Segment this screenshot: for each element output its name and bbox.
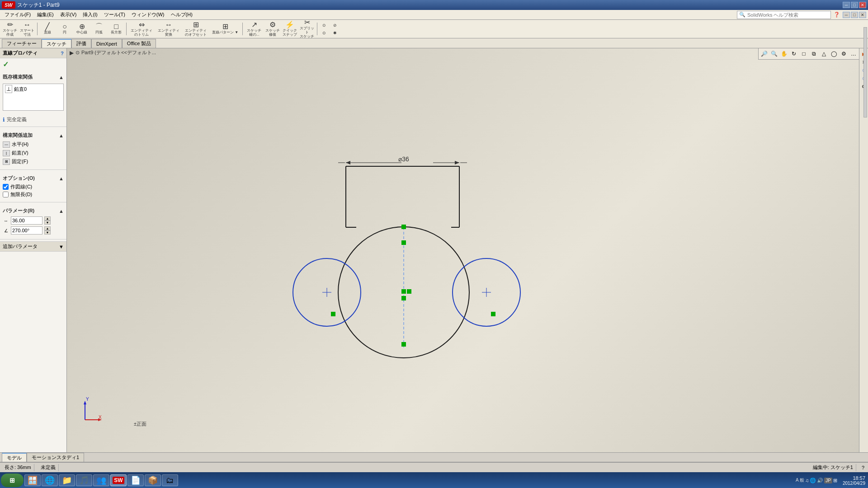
tab-features[interactable]: フィーチャー (2, 39, 42, 48)
repair-sketch-button[interactable]: ⚙ スケッチ修復 (264, 21, 281, 37)
entity-mirror-button[interactable]: ⇔ エンティティのトリム (128, 21, 155, 37)
menu-insert[interactable]: 挿入(I) (80, 10, 100, 19)
additional-params-row[interactable]: 追加パラメータ ▼ (0, 241, 66, 252)
taskbar-windows-btn[interactable]: 🪟 (24, 474, 41, 486)
angle-up[interactable]: ▲ (44, 226, 51, 230)
titlebar-controls[interactable]: ─ □ ✕ (843, 2, 866, 8)
circle-button[interactable]: ○ 円 (57, 21, 73, 37)
linear-pattern-button[interactable]: ⊞ 直線パターン ▼ (210, 21, 241, 37)
arc-button[interactable]: ⌒ 円弧 (91, 21, 107, 37)
angle-down[interactable]: ▼ (44, 230, 51, 235)
start-button[interactable]: ⊞ (1, 474, 24, 487)
menu-help[interactable]: ヘルプ(H) (168, 10, 195, 19)
taskbar-explorer-btn[interactable]: 📁 (59, 474, 75, 486)
existing-constraints-label: 既存構束関係 (3, 74, 33, 80)
panel-help-icon[interactable]: ? (61, 51, 64, 56)
dimension-label: ⌀36 (398, 155, 409, 163)
smart-dim-button[interactable]: ↔ スマート寸法 (19, 21, 35, 37)
quick-snap-button[interactable]: ⚡ クイックスナップ (282, 21, 298, 37)
constraint-item-vertical: ⊥ 鉛直0 (3, 84, 63, 94)
menu-file[interactable]: ファイル(F) (2, 10, 33, 19)
relation-vertical[interactable]: | 鉛直(V) (3, 149, 64, 157)
minimize-button[interactable]: ─ (843, 2, 850, 8)
taskbar-solidworks-btn[interactable]: SW (110, 474, 127, 486)
relation-horizontal[interactable]: — 水平(H) (3, 140, 64, 149)
length-input[interactable] (11, 216, 42, 225)
taskbar-media-btn[interactable]: 🎵 (76, 474, 92, 486)
status-help[interactable]: ? (860, 465, 866, 470)
close-button[interactable]: ✕ (859, 2, 866, 8)
ie-icon: 🌐 (45, 475, 55, 485)
status-area: ℹ 完全定義 (0, 114, 66, 125)
tab-model[interactable]: モデル (2, 453, 27, 462)
entity-convert-button[interactable]: ↔ エンティティ変換 (156, 21, 182, 37)
tray-ime-icon[interactable]: JP (824, 478, 832, 483)
box-icon: 📦 (148, 475, 158, 485)
toolbar-extra-1[interactable]: ⊙ (319, 22, 329, 29)
repair-sketch-icon: ⚙ (269, 21, 276, 28)
tab-sketch[interactable]: スケッチ (42, 39, 71, 48)
divider2 (0, 169, 66, 170)
new-sketch-button[interactable]: ✏ スケッチ作成 (2, 21, 18, 37)
taskbar-people-btn[interactable]: 👥 (93, 474, 109, 486)
restore-button[interactable]: □ (851, 2, 858, 8)
menu-edit[interactable]: 編集(E) (34, 10, 57, 19)
constraint-box: ⊥ 鉛直0 (3, 84, 64, 111)
taskbar-pdf-btn[interactable]: 📄 (127, 474, 144, 486)
toolbar-extra-4[interactable]: ✱ (330, 29, 340, 37)
rect-button[interactable]: □ 長方形 (108, 21, 124, 37)
tab-office[interactable]: Office 製品 (122, 39, 156, 48)
tray-volume-icon[interactable]: 🔊 (817, 478, 823, 483)
add-constraints-collapse[interactable]: ▲ (59, 133, 64, 138)
sketch-canvas[interactable]: ⌀36 (67, 48, 859, 452)
menu-tools[interactable]: ツール(T) (101, 10, 128, 19)
params-collapse[interactable]: ▲ (59, 208, 64, 214)
length-up[interactable]: ▲ (44, 216, 51, 221)
infinite-checkbox[interactable] (3, 192, 9, 197)
length-down[interactable]: ▼ (44, 221, 51, 225)
additional-params-expand[interactable]: ▼ (59, 244, 64, 249)
menu-window[interactable]: ウィンドウ(W) (129, 10, 167, 19)
status-label: 完全定義 (7, 116, 27, 123)
option-infinite: 無限長(D) (3, 191, 64, 198)
taskbar-files-btn[interactable]: 🗂 (162, 474, 178, 486)
titlebar-left: SW スケッチ1 - Part9 (2, 1, 60, 9)
line-button[interactable]: ╱ 直線 (39, 21, 56, 37)
canvas-area[interactable]: 🔎 🔍 ✋ ↻ □ ⧉ △ ◯ ⚙ … ▶ ⊙ Part9 (デフォルト<<デフ… (67, 48, 859, 452)
options-section: オプション(O) ▲ 作図線(C) 無限長(D) (0, 172, 66, 200)
confirm-button[interactable]: ✓ (3, 60, 9, 69)
taskbar-ie-btn[interactable]: 🌐 (42, 474, 58, 486)
existing-constraints-collapse[interactable]: ▲ (59, 75, 64, 80)
divider4 (0, 239, 66, 239)
tray-extra-icon[interactable]: ⊞ (833, 478, 837, 483)
help-button[interactable]: ❓ (834, 12, 840, 18)
menu-view[interactable]: 表示(V) (57, 10, 80, 19)
split-sketch-button[interactable]: ✂ スプリットスケッチ (299, 21, 315, 37)
toolbar-extra-2[interactable]: ⊘ (330, 22, 340, 29)
tray-network-icon[interactable]: 🌐 (810, 478, 816, 483)
status-edit-mode: 編集中: スケッチ1 (810, 464, 856, 471)
cls-button[interactable]: ✕ (859, 12, 866, 18)
sep1 (37, 23, 38, 35)
tab-dimxpert[interactable]: DimXpert (91, 39, 122, 48)
tab-motion-study[interactable]: モーションスタディ1 (27, 453, 84, 462)
system-clock[interactable]: 18:57 2012/04/29 (839, 475, 865, 486)
max-button[interactable]: □ (851, 12, 858, 18)
construction-checkbox[interactable] (3, 184, 9, 190)
media-icon: 🎵 (79, 475, 89, 485)
search-input[interactable] (747, 12, 829, 18)
tray-audio-icon[interactable]: ♫ (805, 478, 809, 483)
tab-evaluate[interactable]: 評価 (71, 39, 91, 48)
linear-pattern-label: 直線パターン ▼ (212, 31, 238, 35)
min-button[interactable]: ─ (843, 12, 850, 18)
windows-icon: 🪟 (28, 475, 38, 485)
taskbar-box-btn[interactable]: 📦 (145, 474, 161, 486)
relation-fixed[interactable]: ⊠ 固定(F) (3, 157, 64, 166)
centerline-button[interactable]: ⊕ 中心線 (74, 21, 90, 37)
toolbar-extra-3[interactable]: ⊙ (319, 29, 329, 37)
new-sketch-icon: ✏ (7, 21, 13, 28)
entity-offset-button[interactable]: ⊞ エンティティのオフセット (183, 21, 209, 37)
move-entity-button[interactable]: ↗ スケッチ確の... (245, 21, 264, 37)
angle-input[interactable] (11, 226, 42, 235)
options-collapse[interactable]: ▲ (59, 176, 64, 181)
